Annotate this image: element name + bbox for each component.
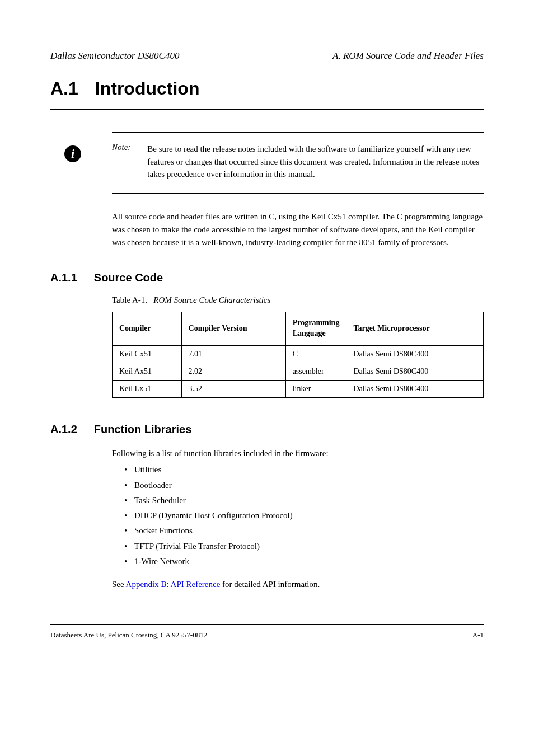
page-number: A-1 — [472, 631, 484, 640]
list-item: 1-Wire Network — [124, 555, 484, 568]
note-label: Note: — [112, 143, 130, 181]
see-suffix: for detailed API information. — [220, 580, 320, 589]
footer-address: Datasheets Are Us, Pelican Crossing, CA … — [50, 631, 207, 640]
table-row: Keil Lx51 3.52 linker Dallas Semi DS80C4… — [113, 381, 484, 398]
th-compiler-version: Compiler Version — [181, 312, 285, 345]
note-text: Be sure to read the release notes includ… — [147, 143, 484, 181]
section-number: A.1 — [50, 78, 78, 99]
function-libraries-list: Following is a list of function librarie… — [112, 447, 484, 568]
page-footer: Datasheets Are Us, Pelican Crossing, CA … — [50, 624, 484, 640]
info-icon-glyph: i — [71, 148, 74, 160]
source-code-table: Compiler Compiler Version Programming La… — [112, 312, 484, 398]
list-item: Utilities — [124, 463, 484, 476]
td-compiler-version: 3.52 — [181, 381, 285, 398]
list-item: Bootloader — [124, 479, 484, 492]
libs-intro: Following is a list of function librarie… — [112, 447, 484, 460]
appendix-b-link[interactable]: Appendix B: API Reference — [126, 580, 221, 589]
td-target: Dallas Semi DS80C400 — [346, 363, 484, 381]
section-rule — [50, 109, 484, 110]
subsection-heading: A.1.1 Source Code — [50, 271, 484, 284]
td-language: linker — [285, 381, 346, 398]
td-target: Dallas Semi DS80C400 — [346, 381, 484, 398]
list-item: TFTP (Trivial File Transfer Protocol) — [124, 540, 484, 553]
th-compiler: Compiler — [113, 312, 182, 345]
page-header: Dallas Semiconductor DS80C400 A. ROM Sou… — [50, 50, 484, 62]
table-caption: Table A-1. ROM Source Code Characteristi… — [112, 295, 484, 305]
list-item: Socket Functions — [124, 524, 484, 537]
th-language: Programming Language — [285, 312, 346, 345]
td-language: assembler — [285, 363, 346, 381]
td-compiler-version: 7.01 — [181, 345, 285, 363]
info-icon: i — [64, 145, 81, 162]
header-section-ref: A. ROM Source Code and Header Files — [332, 50, 484, 62]
td-compiler-version: 2.02 — [181, 363, 285, 381]
subsection-title: Source Code — [94, 271, 163, 284]
td-compiler: Keil Cx51 — [113, 345, 182, 363]
table-row: Keil Cx51 7.01 C Dallas Semi DS80C400 — [113, 345, 484, 363]
list-item: DHCP (Dynamic Host Configuration Protoco… — [124, 509, 484, 522]
subsection-number: A.1.1 — [50, 271, 77, 284]
list-item: Task Scheduler — [124, 494, 484, 507]
table-header-row: Compiler Compiler Version Programming La… — [113, 312, 484, 345]
table-row: Keil Ax51 2.02 assembler Dallas Semi DS8… — [113, 363, 484, 381]
td-compiler: Keil Ax51 — [113, 363, 182, 381]
header-product: Dallas Semiconductor DS80C400 — [50, 50, 179, 62]
td-language: C — [285, 345, 346, 363]
see-also-line: See Appendix B: API Reference for detail… — [112, 578, 484, 591]
section-title: Introduction — [95, 78, 200, 99]
table-caption-label: Table A-1. — [112, 295, 147, 304]
th-target: Target Microprocessor — [346, 312, 484, 345]
td-target: Dallas Semi DS80C400 — [346, 345, 484, 363]
section-heading: A.1 Introduction — [50, 78, 484, 105]
table-caption-title: ROM Source Code Characteristics — [153, 295, 270, 304]
see-prefix: See — [112, 580, 126, 589]
subsection-number-2: A.1.2 — [50, 423, 77, 436]
subsection-title-2: Function Libraries — [94, 423, 191, 436]
td-compiler: Keil Lx51 — [113, 381, 182, 398]
note-block: i Note: Be sure to read the release note… — [112, 132, 484, 194]
intro-paragraph: All source code and header files are wri… — [112, 210, 484, 250]
subsection-heading-2: A.1.2 Function Libraries — [50, 423, 484, 436]
